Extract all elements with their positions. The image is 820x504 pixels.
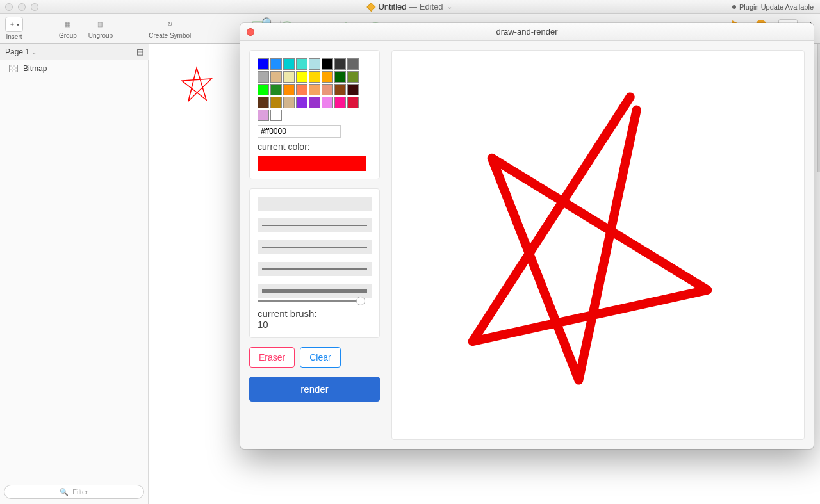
layer-filter[interactable]: 🔍 Filter [4,485,144,499]
color-swatch[interactable] [322,97,333,108]
layer-row[interactable]: Bitmap [0,60,148,77]
pages-bar[interactable]: Page 1 ⌄ ▤ [0,44,149,60]
current-color-swatch [258,156,366,171]
color-swatch[interactable] [283,71,295,83]
color-swatch[interactable] [322,71,333,83]
color-swatch[interactable] [258,84,269,95]
group-icon[interactable]: ▦ [61,17,75,31]
plugin-title: draw-and-render [496,27,557,37]
color-swatch[interactable] [258,58,269,70]
plugin-window: draw-and-render current color: current b… [240,23,814,449]
brush-size-slider[interactable] [258,298,372,304]
eraser-button[interactable]: Eraser [249,347,295,368]
page-name: Page 1 [5,47,29,56]
render-button[interactable]: render [249,377,380,402]
color-swatch[interactable] [296,58,308,70]
color-swatch[interactable] [283,58,295,70]
color-swatch[interactable] [347,71,359,83]
current-brush-value: 10 [258,319,372,330]
search-icon: 🔍 [60,488,69,496]
window-title: Untitled — Edited ⌄ [368,2,452,12]
doc-title: Untitled [378,2,406,12]
color-swatch[interactable] [334,71,346,83]
traffic-max[interactable] [31,3,38,11]
color-swatch[interactable] [270,97,282,108]
drawing-canvas[interactable] [391,50,805,440]
os-titlebar: Untitled — Edited ⌄ Plugin Update Availa… [0,0,820,14]
ungroup-icon[interactable]: ▥ [94,17,108,31]
color-panel: current color: [249,50,380,179]
layer-label: Bitmap [23,64,47,73]
color-swatch[interactable] [334,84,346,95]
pages-stack-icon[interactable]: ▤ [136,47,144,56]
small-star-drawing [174,63,219,108]
current-color-label: current color: [258,142,372,152]
color-swatch[interactable] [334,58,346,70]
color-swatch[interactable] [347,97,359,108]
color-swatch[interactable] [270,58,282,70]
color-swatch[interactable] [296,97,308,108]
traffic-close[interactable] [5,3,13,11]
color-swatch[interactable] [258,110,269,121]
insert-label: Insert [6,33,22,40]
layers-sidebar: Bitmap 🔍 Filter [0,60,149,504]
color-swatch[interactable] [258,97,269,108]
color-swatch[interactable] [258,71,269,83]
current-brush-label: current brush: [258,308,372,319]
color-swatch[interactable] [322,58,333,70]
color-swatch[interactable] [270,71,282,83]
sketch-gem-icon [366,2,375,11]
color-swatch[interactable] [296,84,308,95]
plugin-update-indicator[interactable]: Plugin Update Available [732,3,814,11]
create-symbol-icon[interactable]: ↻ [163,17,177,31]
color-swatch[interactable] [296,71,308,83]
brush-option[interactable] [258,240,372,254]
color-swatch[interactable] [309,71,320,83]
color-swatch[interactable] [283,97,295,108]
color-palette [258,58,360,121]
color-swatch[interactable] [270,110,282,121]
brush-option[interactable] [258,262,372,276]
insert-group: ＋▾ Insert [5,17,23,40]
brush-option[interactable] [258,284,372,298]
bitmap-icon [9,65,18,72]
brush-panel: current brush: 10 [249,188,380,338]
color-swatch[interactable] [309,58,320,70]
clear-button[interactable]: Clear [300,347,340,368]
hex-input[interactable] [258,125,341,138]
star-drawing [392,51,804,439]
chevron-down-icon[interactable]: ⌄ [447,3,452,10]
color-swatch[interactable] [347,58,359,70]
brush-option[interactable] [258,197,372,211]
insert-button[interactable]: ＋▾ [5,17,23,32]
inspector-edge [817,44,820,172]
color-swatch[interactable] [283,84,295,95]
color-swatch[interactable] [322,84,333,95]
color-swatch[interactable] [334,97,346,108]
color-swatch[interactable] [347,84,359,95]
traffic-min[interactable] [18,3,26,11]
color-swatch[interactable] [309,97,320,108]
plugin-titlebar[interactable]: draw-and-render [240,23,814,41]
color-swatch[interactable] [270,84,282,95]
brush-option[interactable] [258,218,372,232]
plugin-close-button[interactable] [247,28,254,36]
color-swatch[interactable] [309,84,320,95]
